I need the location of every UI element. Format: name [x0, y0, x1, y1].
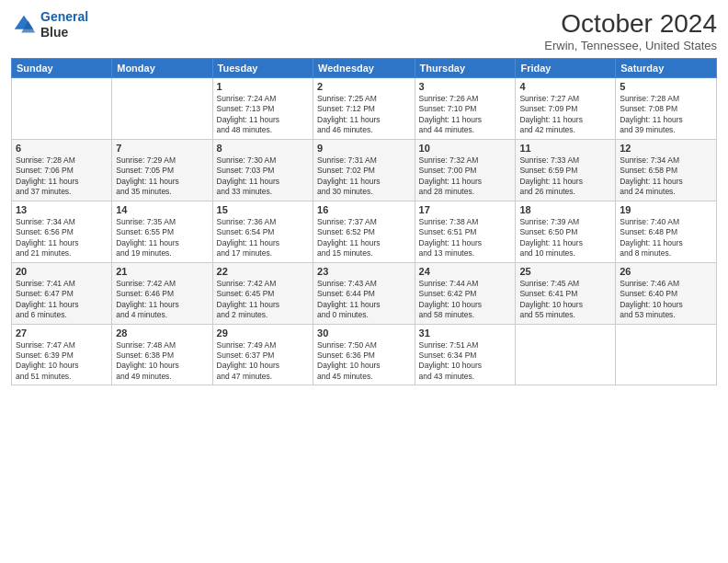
day-number: 12: [620, 143, 712, 154]
week-row-1: 6Sunrise: 7:28 AM Sunset: 7:06 PM Daylig…: [12, 139, 717, 201]
day-number: 20: [16, 266, 108, 277]
day-number: 9: [317, 143, 411, 154]
day-number: 28: [116, 327, 208, 339]
table-row: 29Sunrise: 7:49 AM Sunset: 6:37 PM Dayli…: [212, 324, 313, 385]
week-row-4: 27Sunrise: 7:47 AM Sunset: 6:39 PM Dayli…: [12, 324, 717, 385]
day-number: 3: [419, 81, 512, 92]
day-number: 14: [116, 204, 208, 215]
table-row: [12, 78, 112, 140]
day-number: 5: [620, 81, 712, 92]
table-row: 22Sunrise: 7:42 AM Sunset: 6:45 PM Dayli…: [212, 262, 313, 324]
week-row-2: 13Sunrise: 7:34 AM Sunset: 6:56 PM Dayli…: [12, 201, 717, 262]
table-row: 21Sunrise: 7:42 AM Sunset: 6:46 PM Dayli…: [112, 262, 212, 324]
day-info: Sunrise: 7:36 AM Sunset: 6:54 PM Dayligh…: [217, 217, 309, 259]
location: Erwin, Tennessee, United States: [544, 39, 717, 52]
day-info: Sunrise: 7:33 AM Sunset: 6:59 PM Dayligh…: [519, 155, 611, 198]
table-row: 26Sunrise: 7:46 AM Sunset: 6:40 PM Dayli…: [616, 262, 717, 324]
day-info: Sunrise: 7:42 AM Sunset: 6:46 PM Dayligh…: [116, 279, 208, 321]
day-info: Sunrise: 7:49 AM Sunset: 6:37 PM Dayligh…: [217, 340, 309, 383]
week-row-0: 1Sunrise: 7:24 AM Sunset: 7:13 PM Daylig…: [12, 78, 717, 140]
table-row: 30Sunrise: 7:50 AM Sunset: 6:36 PM Dayli…: [313, 324, 415, 385]
day-number: 22: [217, 266, 309, 277]
logo-icon: [11, 12, 37, 38]
calendar-header-row: Sunday Monday Tuesday Wednesday Thursday…: [12, 59, 717, 78]
day-number: 26: [620, 266, 712, 277]
day-info: Sunrise: 7:47 AM Sunset: 6:39 PM Dayligh…: [16, 340, 108, 383]
table-row: 6Sunrise: 7:28 AM Sunset: 7:06 PM Daylig…: [12, 139, 112, 201]
day-info: Sunrise: 7:38 AM Sunset: 6:51 PM Dayligh…: [419, 217, 512, 259]
table-row: 25Sunrise: 7:45 AM Sunset: 6:41 PM Dayli…: [516, 262, 616, 324]
day-info: Sunrise: 7:32 AM Sunset: 7:00 PM Dayligh…: [419, 155, 512, 198]
day-info: Sunrise: 7:44 AM Sunset: 6:42 PM Dayligh…: [419, 279, 512, 321]
table-row: 3Sunrise: 7:26 AM Sunset: 7:10 PM Daylig…: [415, 78, 516, 140]
day-info: Sunrise: 7:45 AM Sunset: 6:41 PM Dayligh…: [519, 279, 611, 321]
logo: General Blue: [11, 9, 88, 40]
day-info: Sunrise: 7:37 AM Sunset: 6:52 PM Dayligh…: [317, 217, 411, 259]
table-row: 19Sunrise: 7:40 AM Sunset: 6:48 PM Dayli…: [616, 201, 717, 262]
table-row: 13Sunrise: 7:34 AM Sunset: 6:56 PM Dayli…: [12, 201, 112, 262]
col-thursday: Thursday: [415, 59, 516, 78]
day-info: Sunrise: 7:26 AM Sunset: 7:10 PM Dayligh…: [419, 94, 512, 136]
day-info: Sunrise: 7:27 AM Sunset: 7:09 PM Dayligh…: [519, 94, 611, 136]
col-wednesday: Wednesday: [313, 59, 415, 78]
col-tuesday: Tuesday: [212, 59, 313, 78]
day-number: 15: [217, 204, 309, 215]
table-row: 10Sunrise: 7:32 AM Sunset: 7:00 PM Dayli…: [415, 139, 516, 201]
col-friday: Friday: [516, 59, 616, 78]
day-number: 29: [217, 327, 309, 339]
day-info: Sunrise: 7:35 AM Sunset: 6:55 PM Dayligh…: [116, 217, 208, 259]
day-info: Sunrise: 7:34 AM Sunset: 6:56 PM Dayligh…: [16, 217, 108, 259]
table-row: 2Sunrise: 7:25 AM Sunset: 7:12 PM Daylig…: [313, 78, 415, 140]
logo-text: General Blue: [40, 9, 88, 40]
day-number: 25: [519, 266, 611, 277]
day-info: Sunrise: 7:51 AM Sunset: 6:34 PM Dayligh…: [419, 340, 512, 383]
day-info: Sunrise: 7:50 AM Sunset: 6:36 PM Dayligh…: [317, 340, 411, 383]
day-info: Sunrise: 7:42 AM Sunset: 6:45 PM Dayligh…: [217, 279, 309, 321]
day-number: 11: [519, 143, 611, 154]
day-info: Sunrise: 7:46 AM Sunset: 6:40 PM Dayligh…: [620, 279, 712, 321]
day-number: 2: [317, 81, 411, 92]
day-info: Sunrise: 7:34 AM Sunset: 6:58 PM Dayligh…: [620, 155, 712, 198]
table-row: 15Sunrise: 7:36 AM Sunset: 6:54 PM Dayli…: [212, 201, 313, 262]
table-row: 5Sunrise: 7:28 AM Sunset: 7:08 PM Daylig…: [616, 78, 717, 140]
day-info: Sunrise: 7:43 AM Sunset: 6:44 PM Dayligh…: [317, 279, 411, 321]
table-row: 24Sunrise: 7:44 AM Sunset: 6:42 PM Dayli…: [415, 262, 516, 324]
table-row: 4Sunrise: 7:27 AM Sunset: 7:09 PM Daylig…: [516, 78, 616, 140]
table-row: 31Sunrise: 7:51 AM Sunset: 6:34 PM Dayli…: [415, 324, 516, 385]
table-row: 8Sunrise: 7:30 AM Sunset: 7:03 PM Daylig…: [212, 139, 313, 201]
day-info: Sunrise: 7:24 AM Sunset: 7:13 PM Dayligh…: [217, 94, 309, 136]
day-info: Sunrise: 7:40 AM Sunset: 6:48 PM Dayligh…: [620, 217, 712, 259]
day-number: 27: [16, 327, 108, 339]
day-number: 31: [419, 327, 512, 339]
calendar-table: Sunday Monday Tuesday Wednesday Thursday…: [11, 58, 717, 385]
table-row: 23Sunrise: 7:43 AM Sunset: 6:44 PM Dayli…: [313, 262, 415, 324]
table-row: 11Sunrise: 7:33 AM Sunset: 6:59 PM Dayli…: [516, 139, 616, 201]
table-row: 9Sunrise: 7:31 AM Sunset: 7:02 PM Daylig…: [313, 139, 415, 201]
day-info: Sunrise: 7:30 AM Sunset: 7:03 PM Dayligh…: [217, 155, 309, 198]
table-row: 12Sunrise: 7:34 AM Sunset: 6:58 PM Dayli…: [616, 139, 717, 201]
table-row: 14Sunrise: 7:35 AM Sunset: 6:55 PM Dayli…: [112, 201, 212, 262]
day-number: 13: [16, 204, 108, 215]
table-row: 16Sunrise: 7:37 AM Sunset: 6:52 PM Dayli…: [313, 201, 415, 262]
day-number: 7: [116, 143, 208, 154]
title-block: October 2024 Erwin, Tennessee, United St…: [544, 9, 717, 52]
table-row: [112, 78, 212, 140]
col-sunday: Sunday: [12, 59, 112, 78]
day-info: Sunrise: 7:39 AM Sunset: 6:50 PM Dayligh…: [519, 217, 611, 259]
day-number: 8: [217, 143, 309, 154]
table-row: 1Sunrise: 7:24 AM Sunset: 7:13 PM Daylig…: [212, 78, 313, 140]
week-row-3: 20Sunrise: 7:41 AM Sunset: 6:47 PM Dayli…: [12, 262, 717, 324]
day-number: 24: [419, 266, 512, 277]
day-info: Sunrise: 7:29 AM Sunset: 7:05 PM Dayligh…: [116, 155, 208, 198]
day-number: 6: [16, 143, 108, 154]
day-number: 30: [317, 327, 411, 339]
day-number: 16: [317, 204, 411, 215]
day-info: Sunrise: 7:41 AM Sunset: 6:47 PM Dayligh…: [16, 279, 108, 321]
table-row: 17Sunrise: 7:38 AM Sunset: 6:51 PM Dayli…: [415, 201, 516, 262]
table-row: 7Sunrise: 7:29 AM Sunset: 7:05 PM Daylig…: [112, 139, 212, 201]
col-saturday: Saturday: [616, 59, 717, 78]
table-row: 18Sunrise: 7:39 AM Sunset: 6:50 PM Dayli…: [516, 201, 616, 262]
header: General Blue October 2024 Erwin, Tenness…: [11, 9, 717, 52]
day-info: Sunrise: 7:25 AM Sunset: 7:12 PM Dayligh…: [317, 94, 411, 136]
page: General Blue October 2024 Erwin, Tenness…: [0, 0, 728, 563]
